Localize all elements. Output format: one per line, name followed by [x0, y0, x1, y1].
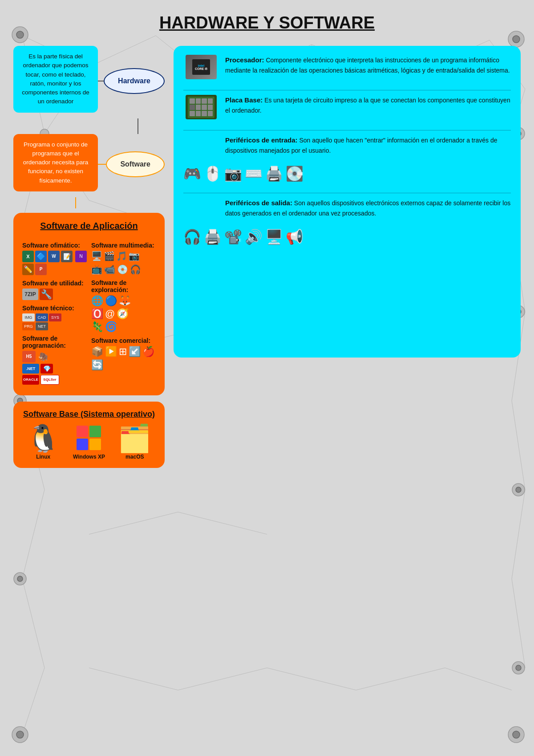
divider3 [183, 193, 511, 193]
hardware-definition-box: Es la parte física del ordenador que pod… [13, 46, 98, 113]
mac-label: macOS [125, 454, 144, 460]
opera-icon: 🅾️ [91, 308, 103, 320]
cpu-model: CORE i5 [195, 67, 207, 70]
placa-base-desc: Es una tarjeta de circuito impreso a la … [225, 97, 510, 114]
cd-drive-icon: 💽 [286, 165, 303, 182]
sync-icon: 🔄 [91, 359, 103, 371]
printer-icon: 🖨️ [204, 228, 222, 245]
svg-point-46 [16, 731, 24, 738]
sw-tecnico-label: Software técnico: [22, 305, 87, 312]
headphone-icon: 🎧 [130, 264, 141, 275]
divider2 [183, 130, 511, 130]
monitor-out-icon: 🖥️ [265, 228, 283, 245]
ruby-icon: 💎 [40, 364, 53, 374]
ie-browser-icon: 🌐 [91, 295, 103, 307]
office-icon: 📦 [91, 346, 103, 358]
monitor-icon: 🖥️ [91, 251, 102, 261]
mouse-icon: 🖱️ [204, 165, 222, 182]
mozilla-icon: 🦎 [91, 321, 103, 333]
perifericos-entrada-icons: 🎮 🖱️ 📷 ⌨️ 🖨️ 💽 [183, 165, 303, 182]
procesador-label: Procesador: [225, 56, 264, 64]
play-icon: ▶️ [105, 346, 117, 358]
sw-tech-icon4: PRG [22, 322, 35, 330]
sw-ofimatico-icons: X 🔷 W 📝 N ✏️ P [22, 251, 87, 275]
projector-icon: 📽️ [224, 228, 242, 245]
placa-base-icon-box [183, 95, 219, 119]
sqlserver-icon: SQLSvr [40, 375, 59, 385]
hardware-oval: Hardware [104, 68, 165, 94]
sw-utilidad-icons: 7ZIP 🔧 [22, 289, 87, 300]
arrow-icon: ↙️ [129, 346, 141, 358]
perifericos-salida-text: Periféricos de salida: Son aquellos disp… [225, 198, 511, 218]
sw-tech-icon3: SYS [49, 313, 61, 321]
sw-programacion-label: Software de programación: [22, 335, 87, 349]
placa-base-text: Placa Base: Es una tarjeta de circuito i… [225, 95, 511, 115]
apple-icon: 🍎 [142, 346, 154, 358]
sw-tech-icon1: IMG [22, 313, 35, 321]
html5-icon: H5 [22, 351, 36, 362]
motherboard-icon [186, 95, 217, 119]
camera-icon: 📷 [224, 165, 242, 182]
placa-base-label: Placa Base: [225, 96, 263, 104]
page-title: HARDWARE Y SOFTWARE [13, 13, 521, 33]
defrag-icon: 🔧 [40, 289, 53, 300]
windows-os-item: Windows XP [73, 426, 105, 460]
right-panel: intel CORE i5 Procesador: Componente ele… [174, 46, 521, 358]
svg-point-60 [516, 487, 521, 492]
linux-os-item: 🐧 Linux [27, 425, 60, 460]
keyboard-icon: ⌨️ [245, 165, 263, 182]
procesador-desc: Componente electrónico que interpreta la… [225, 57, 510, 74]
perifericos-entrada-label: Periféricos de entrada: [225, 136, 298, 144]
scanner-icon: 🖨️ [265, 165, 283, 182]
7zip-icon: 7ZIP [22, 289, 38, 300]
software-oval: Software [106, 151, 165, 177]
software-definition-box: Programa o conjunto de programas que el … [13, 134, 98, 191]
procesador-icon-box: intel CORE i5 [183, 55, 219, 79]
sw-ofimatico-label: Software ofimático: [22, 242, 87, 249]
tv-icon: 📺 [91, 264, 102, 275]
procesador-item: intel CORE i5 Procesador: Componente ele… [183, 55, 511, 79]
ie-icon: 🔷 [35, 251, 47, 262]
sw-comercial-label: Software comercial: [91, 337, 156, 344]
powerpoint-icon: P [35, 264, 47, 275]
excel-icon: X [22, 251, 34, 262]
divider1 [183, 90, 511, 90]
sw-programacion-icons: H5 🦣 .NET 💎 ORACLE SQLSvr [22, 351, 87, 385]
firefox-icon: 🦊 [119, 295, 131, 307]
word-icon: W [48, 251, 60, 262]
placa-base-item: Placa Base: Es una tarjeta de circuito i… [183, 95, 511, 119]
os-icons: 🐧 Linux Windows XP [22, 425, 156, 460]
sw-multimedia-icons: 🖥️ 🎬 🎵 📷 [91, 251, 156, 261]
svg-point-48 [513, 731, 520, 738]
chrome-icon: 🔵 [105, 295, 117, 307]
disc-icon: 💿 [117, 264, 128, 275]
svg-point-54 [17, 576, 23, 581]
headphones-icon: 🎧 [183, 228, 201, 245]
onenote-icon: N [75, 251, 87, 262]
safari-icon: 🧭 [117, 308, 129, 320]
linux-label: Linux [36, 454, 50, 460]
software-base-section: Software Base (Sistema operativo) 🐧 Linu… [13, 402, 165, 468]
software-base-title: Software Base (Sistema operativo) [22, 410, 156, 419]
video-icon: 📹 [104, 264, 115, 275]
linux-icon: 🐧 [27, 425, 60, 452]
film-icon: 🎬 [104, 251, 115, 261]
mac-os-item: 🗂️ macOS [118, 425, 151, 460]
perifericos-salida-label: Periféricos de salida: [225, 199, 292, 207]
perifericos-entrada-text: Periféricos de entrada: Son aquello que … [225, 135, 511, 155]
speaker-icon: 🔊 [245, 228, 263, 245]
at-icon: @ [105, 308, 115, 320]
sw-exploracion-label: Software de exploración: [91, 279, 156, 293]
windows-label: Windows XP [73, 454, 105, 460]
sw-tech-icon2: CAD [36, 313, 48, 321]
svg-point-62 [516, 665, 521, 671]
gamepad-icon: 🎮 [183, 165, 201, 182]
grid-icon: ⊞ [119, 346, 127, 358]
speakers-icon: 📢 [286, 228, 303, 245]
oracle-icon: ORACLE [22, 375, 39, 385]
software-aplicacion-section: Software de Aplicación Software ofimátic… [13, 213, 165, 395]
mac-icon: 🗂️ [118, 425, 151, 452]
netscape-icon: 🌀 [105, 321, 117, 333]
sw-tech-icon5: NET [36, 322, 48, 330]
pencil-icon: ✏️ [22, 264, 34, 275]
